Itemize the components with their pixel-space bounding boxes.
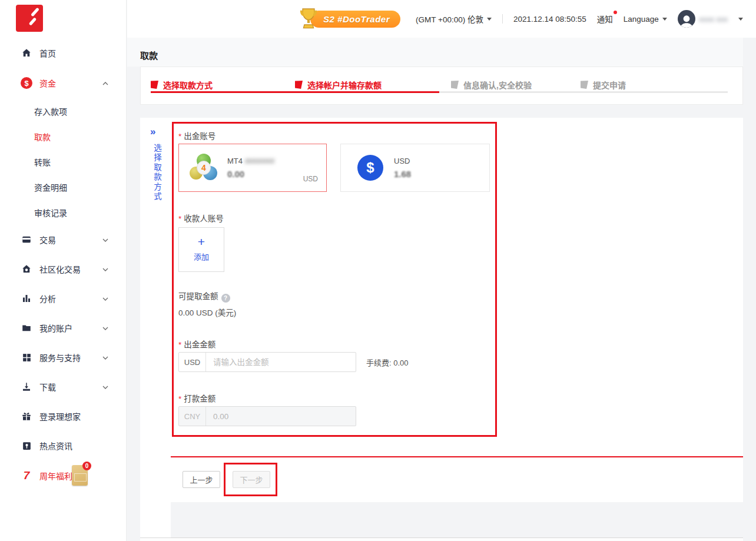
sidebar-item-withdraw[interactable]: 取款 bbox=[0, 124, 127, 149]
sidebar-item-my-accounts[interactable]: 我的账户 bbox=[0, 313, 127, 343]
payout-amount-label: *打款金额 bbox=[178, 392, 215, 404]
gift-icon bbox=[21, 410, 32, 422]
currency-prefix: USD bbox=[179, 353, 206, 371]
chevron-down-icon bbox=[102, 237, 108, 243]
step-1-choose-method[interactable]: 选择取款方式 bbox=[151, 79, 213, 91]
chevron-down-icon bbox=[487, 18, 492, 21]
contest-badge[interactable]: S2 #DooTrader bbox=[299, 7, 400, 31]
community-home-icon bbox=[21, 263, 32, 275]
annotation-line bbox=[171, 456, 743, 457]
badge-label: S2 #DooTrader bbox=[310, 11, 400, 28]
flag-icon bbox=[581, 81, 588, 89]
chevron-down-icon bbox=[102, 296, 108, 301]
wallet-name: USD bbox=[394, 157, 411, 165]
chevron-down-icon bbox=[662, 18, 667, 21]
grid-icon bbox=[21, 351, 32, 363]
dollar-circle-icon: $ bbox=[21, 77, 32, 89]
account-currency: USD bbox=[303, 175, 318, 183]
account-number-masked: ####### bbox=[245, 157, 275, 165]
chevron-down-icon bbox=[102, 326, 108, 331]
step-3-confirm-verify: 信息确认,安全校验 bbox=[451, 79, 532, 91]
sidebar-item-label: 资金 bbox=[39, 77, 56, 89]
sidebar-item-analysis[interactable]: 分析 bbox=[0, 284, 127, 313]
sidebar-item-label: 首页 bbox=[39, 47, 56, 59]
sidebar-item-transfer[interactable]: 转账 bbox=[0, 149, 127, 174]
sidebar-item-deposit[interactable]: 存入款项 bbox=[0, 98, 127, 124]
flag-icon bbox=[295, 81, 303, 89]
withdraw-amount-label: *出金金额 bbox=[178, 338, 215, 350]
sidebar-item-fund-details[interactable]: 资金明细 bbox=[0, 174, 127, 200]
sidebar-item-audit-records[interactable]: 审核记录 bbox=[0, 200, 127, 225]
divider bbox=[502, 14, 503, 24]
flag-icon bbox=[151, 81, 158, 89]
plus-icon: + bbox=[198, 237, 205, 247]
help-icon[interactable]: ? bbox=[221, 294, 230, 303]
account-card-usd-wallet[interactable]: $ USD 1.68 bbox=[340, 144, 490, 192]
top-header: S2 #DooTrader (GMT +00:00) 伦敦 2021.12.14… bbox=[127, 0, 756, 38]
payee-account-label: *收款人账号 bbox=[178, 212, 224, 224]
notifications-link[interactable]: 通知 bbox=[597, 13, 613, 25]
required-asterisk: * bbox=[178, 340, 181, 349]
chevron-down-icon bbox=[102, 267, 108, 272]
title-strip bbox=[127, 38, 743, 67]
footer-strip bbox=[140, 538, 743, 541]
available-amount-label: 可提取金额? bbox=[178, 290, 230, 303]
card-icon bbox=[21, 234, 32, 245]
sidebar-item-hot-news[interactable]: 热点资讯 bbox=[0, 431, 127, 460]
username: xxxx xxx bbox=[699, 15, 728, 24]
mt4-logo-icon: 4 bbox=[190, 154, 218, 182]
required-asterisk: * bbox=[178, 394, 181, 403]
notification-dot bbox=[614, 11, 617, 14]
next-step-button[interactable]: 下一步 bbox=[233, 471, 270, 488]
doo-prime-logo[interactable] bbox=[16, 5, 43, 32]
sidebar-item-services-support[interactable]: 服务与支持 bbox=[0, 343, 127, 372]
sidebar-item-anniversary[interactable]: 7 周年福利 0 bbox=[0, 460, 127, 491]
datetime-display: 2021.12.14 08:50:55 bbox=[513, 15, 586, 24]
news-pin-icon bbox=[21, 440, 32, 452]
chevron-down-icon bbox=[102, 355, 108, 360]
payout-amount-input-group: CNY bbox=[178, 406, 356, 426]
expand-icon[interactable]: » bbox=[150, 126, 155, 138]
home-icon bbox=[21, 47, 32, 59]
sidebar-item-funds[interactable]: $ 资金 bbox=[0, 68, 127, 98]
payout-amount-input bbox=[206, 407, 356, 426]
content-pane: S2 #DooTrader (GMT +00:00) 伦敦 2021.12.14… bbox=[127, 0, 756, 541]
user-menu[interactable]: xxxx xxx bbox=[678, 10, 728, 28]
add-payee-button[interactable]: + 添加 bbox=[178, 227, 224, 272]
prev-step-button[interactable]: 上一步 bbox=[183, 471, 220, 488]
withdraw-account-label: *出金账号 bbox=[178, 130, 215, 141]
available-amount-value: 0.00 USD (美元) bbox=[178, 306, 236, 318]
collapse-panel: » 选择取款方式 bbox=[140, 118, 171, 537]
currency-prefix: CNY bbox=[179, 407, 206, 426]
sidebar-item-community-trading[interactable]: 社区化交易 bbox=[0, 254, 127, 284]
badge-count: 0 bbox=[82, 462, 91, 470]
step-progress-fill bbox=[151, 91, 439, 93]
wallet-balance-masked: 1.68 bbox=[394, 169, 411, 179]
required-asterisk: * bbox=[178, 132, 181, 141]
sidebar-item-download[interactable]: 下载 bbox=[0, 372, 127, 401]
add-label: 添加 bbox=[194, 251, 209, 262]
account-card-mt4[interactable]: 4 MT4 ####### 0.00 USD bbox=[178, 144, 327, 192]
platform-label: MT4 bbox=[227, 157, 243, 165]
collapse-panel-label[interactable]: 选择取款方式 bbox=[151, 144, 163, 202]
steps-bar: 选择取款方式 选择帐户并输存款额 信息确认,安全校验 提交申请 bbox=[140, 67, 743, 105]
download-icon bbox=[21, 381, 32, 393]
chevron-down-icon bbox=[102, 384, 108, 390]
fee-label: 手续费: 0.00 bbox=[366, 357, 409, 368]
sidebar-item-ideal-home[interactable]: 登录理想家 bbox=[0, 401, 127, 431]
chevron-down-icon bbox=[738, 18, 743, 21]
account-balance-masked: 0.00 bbox=[227, 169, 274, 179]
withdrawal-page: 首页 $ 资金 存入款项 取款 转账 资金明细 审核记录 交易 社区化交易 bbox=[0, 0, 756, 541]
bar-chart-icon bbox=[21, 293, 32, 304]
sidebar-item-home[interactable]: 首页 bbox=[0, 38, 127, 68]
account-dropdown[interactable] bbox=[738, 17, 743, 21]
step-2-account-amount[interactable]: 选择帐户并输存款额 bbox=[295, 79, 382, 91]
sidebar-menu: 首页 $ 资金 存入款项 取款 转账 资金明细 审核记录 交易 社区化交易 bbox=[0, 38, 127, 491]
sidebar-item-trading[interactable]: 交易 bbox=[0, 225, 127, 254]
sidebar: 首页 $ 资金 存入款项 取款 转账 资金明细 审核记录 交易 社区化交易 bbox=[0, 0, 127, 541]
usd-wallet-icon: $ bbox=[357, 155, 383, 181]
required-asterisk: * bbox=[178, 214, 181, 223]
timezone-selector[interactable]: (GMT +00:00) 伦敦 bbox=[416, 13, 492, 25]
withdraw-amount-input[interactable] bbox=[206, 353, 356, 371]
language-selector[interactable]: Language bbox=[624, 15, 667, 24]
